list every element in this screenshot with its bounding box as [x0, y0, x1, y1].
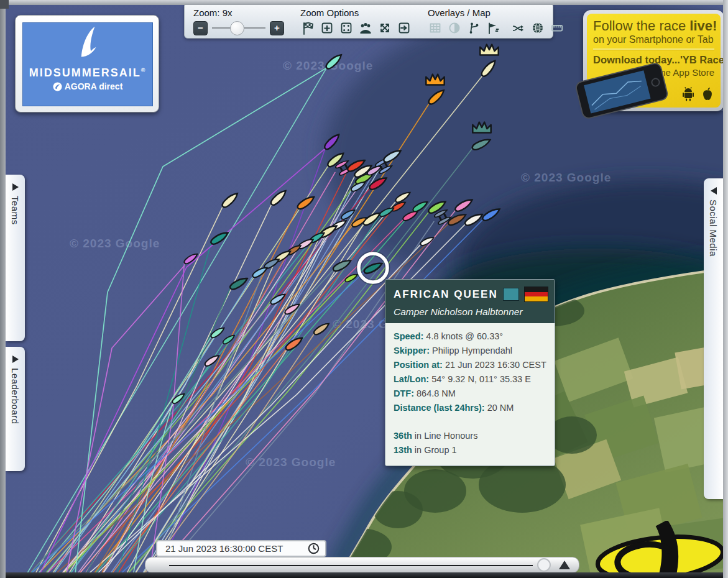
- popup-stat-row: Skipper: Philipp Hympendahl: [394, 344, 546, 358]
- zoom-slider[interactable]: [212, 22, 265, 34]
- popup-body: Speed: 4.8 knots @ 60.33°Skipper: Philip…: [385, 323, 555, 466]
- overlays-group: Overlays / Map: [428, 7, 564, 35]
- map-toolbar: Zoom: 9x − + Zoom Options Overlays / Map: [184, 2, 553, 39]
- route-icon[interactable]: [466, 21, 481, 35]
- tab-teams-label: Teams: [10, 196, 21, 225]
- tab-leaderboard-label: Leaderboard: [10, 368, 21, 424]
- boat-info-popup: AFRICAN QUEEN Camper Nicholson Halbtonne…: [385, 279, 555, 466]
- popup-stat-row: Lat/Lon: 54° 9.32 N, 011° 35.33 E: [394, 372, 546, 387]
- logo-title: MidsummerSail®: [29, 64, 147, 79]
- timeline-track: [169, 565, 533, 566]
- current-timestamp: 21 Jun 2023 16:30:00 CEST: [165, 543, 308, 554]
- midsummersail-logo-panel: MidsummerSail® AGORA direct: [22, 22, 153, 106]
- expand-right-icon: [12, 183, 19, 191]
- swap-arrows-icon[interactable]: [511, 21, 526, 35]
- tab-social-media-label: Social Media: [708, 200, 719, 257]
- ad-divider: [593, 48, 714, 50]
- zoom-options-group: Zoom Options: [300, 7, 412, 35]
- germany-flag-icon: [524, 287, 548, 302]
- timeline-slider[interactable]: [145, 557, 579, 573]
- popup-stat-row: Distance (last 24hrs): 20 NM: [394, 401, 546, 415]
- boat-name: AFRICAN QUEEN: [394, 288, 498, 301]
- wind-flag-icon[interactable]: [486, 21, 500, 35]
- globe-icon[interactable]: [530, 21, 545, 35]
- registered-mark: ®: [141, 67, 147, 73]
- zoom-out-button[interactable]: −: [193, 21, 208, 35]
- popup-stat-row: DTF: 864.8 NM: [394, 387, 546, 401]
- grid-icon[interactable]: [428, 21, 443, 35]
- zoom-in-button[interactable]: +: [270, 21, 284, 35]
- overlays-label: Overlays / Map: [428, 7, 564, 18]
- zoom-group: Zoom: 9x − +: [193, 7, 284, 35]
- agora-icon: [53, 82, 62, 91]
- team-color-swatch: [503, 288, 519, 301]
- expand-icon[interactable]: [377, 21, 392, 35]
- popup-stat-row: Speed: 4.8 knots @ 60.33°: [394, 329, 546, 344]
- sidebar-tab-leaderboard[interactable]: Leaderboard: [6, 347, 25, 471]
- sidebar-tab-social-media[interactable]: Social Media: [704, 178, 723, 499]
- ad-headline: Follow the race live!: [593, 19, 714, 34]
- popup-standing-row: 13th in Group 1: [394, 443, 546, 457]
- yb-tracking-logo[interactable]: [592, 521, 728, 578]
- hide-panel-icon[interactable]: [397, 21, 412, 35]
- ad-panel: Follow the race live! on your Smartphone…: [587, 14, 721, 108]
- ad-subline: on your Smartphone or Tab: [593, 34, 714, 45]
- sail-icon: [68, 24, 108, 64]
- apple-icon: [701, 86, 714, 101]
- expand-left-icon: [711, 187, 717, 195]
- race-flag-icon[interactable]: [300, 21, 315, 35]
- boat-class: Camper Nicholson Halbtonner: [394, 306, 546, 318]
- popup-stat-row: Position at: 21 Jun 2023 16:30 CEST: [394, 358, 546, 372]
- midsummersail-logo[interactable]: MidsummerSail® AGORA direct: [15, 15, 159, 112]
- zoom-slider-knob[interactable]: [230, 21, 244, 35]
- google-watermark: © 2023 Google: [70, 237, 160, 250]
- zoom-options-label: Zoom Options: [300, 7, 412, 18]
- google-watermark: © 2023 Google: [521, 171, 611, 184]
- zoom-fleet-icon[interactable]: [320, 21, 334, 35]
- zoom-level-label: Zoom: 9x: [193, 7, 284, 18]
- race-tracker-app: © 2023 Google© 2023 Google© 2023 Google©…: [0, 0, 728, 578]
- loose-fit-icon[interactable]: [339, 21, 354, 35]
- android-icon: [681, 86, 695, 101]
- clock-icon: [308, 543, 320, 554]
- logo-partner: AGORA direct: [53, 81, 123, 91]
- time-display[interactable]: 21 Jun 2023 16:30:00 CEST: [156, 540, 326, 557]
- popup-standing-row: 36th in Line Honours: [394, 429, 546, 443]
- ad-platform-icons: [681, 86, 714, 101]
- teams-icon[interactable]: [358, 21, 373, 35]
- popup-header: AFRICAN QUEEN Camper Nicholson Halbtonne…: [385, 280, 555, 323]
- play-button[interactable]: [559, 561, 570, 569]
- timeline-knob[interactable]: [537, 558, 551, 572]
- expand-right-icon: [12, 356, 19, 363]
- yb-races-ad[interactable]: Follow the race live! on your Smartphone…: [583, 10, 724, 111]
- contrast-icon[interactable]: [447, 21, 462, 35]
- google-watermark: © 2023 Google: [246, 456, 336, 469]
- ruler-icon[interactable]: [550, 21, 564, 35]
- sidebar-tab-teams[interactable]: Teams: [6, 175, 25, 341]
